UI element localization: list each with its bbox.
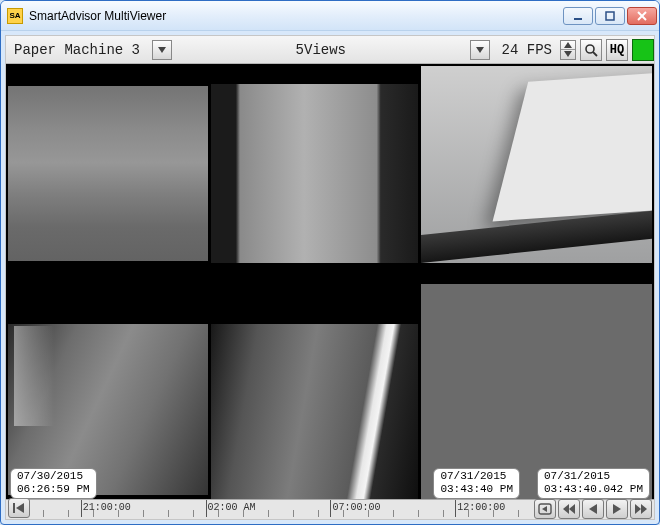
go-to-start-button[interactable]	[8, 498, 30, 518]
toolbar: Paper Machine 3 5Views 24 FPS	[6, 36, 654, 64]
window-title: SmartAdvisor MultiViewer	[29, 9, 563, 23]
app-icon: SA	[7, 8, 23, 24]
fps-down-icon[interactable]	[561, 50, 575, 59]
play-reverse-icon	[587, 503, 599, 515]
timeline-tickbar[interactable]: 21:00:0002:00 AM07:00:0012:00:00	[8, 500, 528, 517]
fps-up-icon[interactable]	[561, 41, 575, 51]
start-date: 07/30/2015	[17, 470, 83, 482]
views-dropdown-button[interactable]	[470, 40, 490, 60]
svg-marker-14	[563, 504, 569, 514]
svg-marker-15	[569, 504, 575, 514]
svg-marker-18	[635, 504, 641, 514]
machine-selector: Paper Machine 3	[6, 40, 172, 60]
fps-stepper[interactable]	[560, 40, 576, 60]
views-selector: 5Views	[288, 42, 354, 58]
rewind-button[interactable]	[558, 499, 580, 519]
svg-marker-5	[476, 47, 484, 53]
camera-view-1[interactable]	[8, 66, 208, 281]
camera-view-6-empty[interactable]	[421, 284, 652, 499]
skip-start-icon	[12, 502, 26, 514]
camera-view-4[interactable]	[8, 284, 208, 499]
titlebar[interactable]: SA SmartAdvisor MultiViewer	[1, 1, 659, 31]
cursor-date: 07/31/2015	[440, 470, 506, 482]
maximize-button[interactable]	[595, 7, 625, 25]
play-icon	[611, 503, 623, 515]
svg-marker-4	[158, 47, 166, 53]
machine-dropdown-button[interactable]	[152, 40, 172, 60]
hq-toggle-button[interactable]: HQ	[606, 39, 628, 61]
timeline-tick	[455, 500, 456, 517]
frame-back-icon	[538, 503, 552, 515]
window-buttons	[563, 7, 657, 25]
content-area: Paper Machine 3 5Views 24 FPS	[5, 35, 655, 520]
status-led	[632, 39, 654, 61]
cursor-time: 03:43:40 PM	[440, 483, 513, 495]
timeline-tick-label: 12:00:00	[457, 502, 505, 513]
end-time: 03:43:40.042 PM	[544, 483, 643, 495]
camera-view-2[interactable]	[211, 66, 418, 281]
bottom-strip: 21:00:0002:00 AM07:00:0012:00:00	[6, 499, 654, 519]
timeline-tick-label: 07:00:00	[332, 502, 380, 513]
svg-marker-19	[641, 504, 647, 514]
svg-marker-13	[542, 506, 547, 512]
svg-marker-16	[589, 504, 597, 514]
views-label: 5Views	[288, 42, 354, 58]
playback-controls	[534, 499, 652, 519]
svg-marker-7	[564, 51, 572, 57]
end-time-tag: 07/31/2015 03:43:40.042 PM	[537, 468, 650, 500]
rewind-icon	[562, 503, 576, 515]
svg-line-9	[593, 52, 597, 56]
fps-control: 24 FPS	[496, 40, 576, 60]
start-time: 06:26:59 PM	[17, 483, 90, 495]
step-back-button[interactable]	[582, 499, 604, 519]
fast-forward-icon	[634, 503, 648, 515]
svg-point-8	[586, 45, 594, 53]
machine-label: Paper Machine 3	[6, 42, 148, 58]
start-time-tag: 07/30/2015 06:26:59 PM	[10, 468, 97, 500]
timeline-tick-label: 21:00:00	[83, 502, 131, 513]
svg-rect-10	[13, 503, 15, 513]
step-back-frame-button[interactable]	[534, 499, 556, 519]
cursor-time-tag: 07/31/2015 03:43:40 PM	[433, 468, 520, 500]
close-button[interactable]	[627, 7, 657, 25]
camera-grid	[6, 64, 654, 499]
app-window: SA SmartAdvisor MultiViewer Paper Machin…	[0, 0, 660, 525]
camera-view-5[interactable]	[211, 284, 418, 499]
svg-marker-6	[564, 42, 572, 48]
svg-marker-11	[16, 503, 24, 513]
camera-view-3[interactable]	[421, 66, 652, 281]
end-date: 07/31/2015	[544, 470, 610, 482]
step-forward-button[interactable]	[606, 499, 628, 519]
timeline-tick-label: 02:00 AM	[208, 502, 256, 513]
fps-label: 24 FPS	[496, 42, 558, 58]
timeline-tick	[81, 500, 82, 517]
fast-forward-button[interactable]	[630, 499, 652, 519]
timeline-tick	[206, 500, 207, 517]
magnifier-icon	[584, 43, 598, 57]
zoom-button[interactable]	[580, 39, 602, 61]
timeline-tick	[330, 500, 331, 517]
minimize-button[interactable]	[563, 7, 593, 25]
svg-rect-1	[606, 12, 614, 20]
svg-marker-17	[613, 504, 621, 514]
